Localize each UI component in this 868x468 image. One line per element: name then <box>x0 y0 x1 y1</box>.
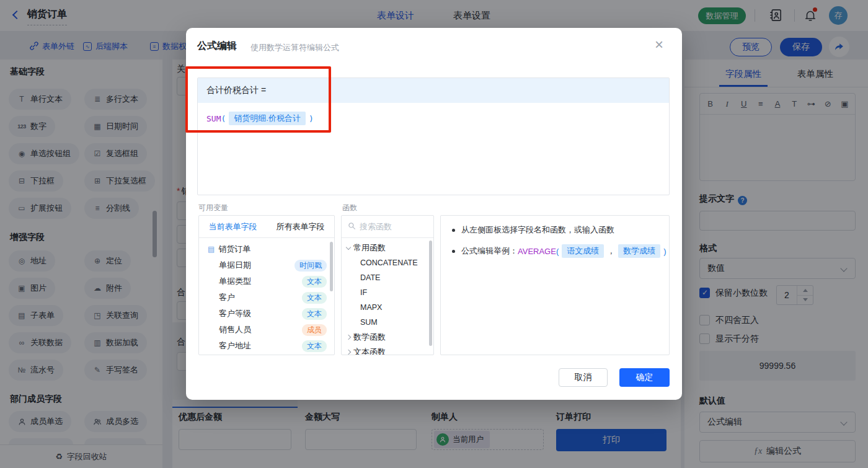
function-name: CONCATENATE <box>360 258 418 267</box>
function-name: SUM <box>360 318 378 327</box>
functions-scrollbar[interactable] <box>429 241 432 346</box>
variable-name: 单据类型 <box>219 276 251 287</box>
chevron-right-icon <box>346 350 351 355</box>
close-icon[interactable]: × <box>655 37 663 52</box>
variable-row[interactable]: 客户文本 <box>199 290 334 305</box>
function-group-label: 常用函数 <box>353 242 386 254</box>
type-badge: 文本 <box>302 276 327 288</box>
function-group-label: 数学函数 <box>353 332 386 343</box>
example-chip: 语文成绩 <box>562 244 604 258</box>
variables-tree-root[interactable]: ▤销货订单 <box>199 242 334 257</box>
tip-line-2: 公式编辑举例： AVERAGE ( 语文成绩 ， 数学成绩 ) <box>452 244 658 258</box>
tip-example-prefix: 公式编辑举例： <box>461 245 518 257</box>
function-group-common[interactable]: 常用函数 <box>342 241 433 255</box>
example-function-name: AVERAGE <box>518 247 556 256</box>
variable-row[interactable]: 客户等级文本 <box>199 306 334 321</box>
function-item[interactable]: DATE <box>342 270 433 285</box>
tip-line-1: 从左侧面板选择字段名和函数，或输入函数 <box>452 224 658 236</box>
function-group-text[interactable]: 文本函数 <box>342 345 433 355</box>
function-group-math[interactable]: 数学函数 <box>342 330 433 345</box>
variable-name: 客户等级 <box>219 308 251 319</box>
tip-text: 从左侧面板选择字段名和函数，或输入函数 <box>461 224 614 236</box>
chevron-down-icon <box>346 244 351 249</box>
variables-panel: 当前表单字段 所有表单字段 ▤销货订单 单据日期时间戳 单据类型文本 客户文本 … <box>198 215 335 355</box>
root-form-name: 销货订单 <box>218 244 250 255</box>
variable-name: 客户地址 <box>219 340 251 351</box>
function-item[interactable]: SUM <box>342 315 433 330</box>
tab-all-form-fields[interactable]: 所有表单字段 <box>267 216 334 237</box>
chevron-right-icon <box>346 335 351 340</box>
type-badge: 文本 <box>302 308 327 320</box>
type-badge: 文本 <box>302 292 327 304</box>
type-badge: 成员 <box>302 324 327 336</box>
function-name: MAPX <box>360 303 382 312</box>
close-paren: ) <box>663 247 666 256</box>
modal-subtitle: 使用数学运算符编辑公式 <box>250 42 339 53</box>
variable-name: 销售人员 <box>219 324 251 335</box>
variable-row[interactable]: 单据日期时间戳 <box>199 258 334 273</box>
function-name: IF <box>360 288 367 297</box>
variable-row[interactable]: 客户地址文本 <box>199 338 334 353</box>
function-search[interactable] <box>342 216 433 238</box>
open-paren: ( <box>556 247 559 256</box>
functions-panel: 常用函数 CONCATENATE DATE IF MAPX SUM 数学函数 文… <box>341 215 434 355</box>
function-item[interactable]: IF <box>342 285 433 300</box>
cancel-button[interactable]: 取消 <box>559 368 608 387</box>
type-badge: 时间戳 <box>294 260 327 272</box>
variable-name: 单据日期 <box>219 260 251 271</box>
confirm-button[interactable]: 确定 <box>619 368 670 387</box>
comma: ， <box>607 245 615 257</box>
tips-panel: 从左侧面板选择字段名和函数，或输入函数 公式编辑举例： AVERAGE ( 语文… <box>440 215 670 355</box>
search-icon <box>348 222 356 232</box>
variables-scrollbar[interactable] <box>330 242 333 291</box>
function-group-label: 文本函数 <box>353 347 386 355</box>
variable-row[interactable]: 单据类型文本 <box>199 274 334 289</box>
bullet-icon <box>452 229 455 232</box>
variables-label: 可用变量 <box>198 203 228 213</box>
function-item[interactable]: MAPX <box>342 300 433 315</box>
search-input[interactable] <box>360 222 422 231</box>
variable-name: 客户 <box>219 292 235 303</box>
form-doc-icon: ▤ <box>208 245 215 254</box>
variables-tabs: 当前表单字段 所有表单字段 <box>199 216 334 238</box>
functions-label: 函数 <box>342 203 357 213</box>
annotation-highlight-box <box>185 66 331 133</box>
example-chip: 数学成绩 <box>618 244 660 258</box>
tab-current-form-fields[interactable]: 当前表单字段 <box>199 216 267 237</box>
variable-row[interactable]: 销售人员成员 <box>199 322 334 337</box>
type-badge: 文本 <box>302 340 327 352</box>
modal-title: 公式编辑 <box>197 40 237 53</box>
function-item[interactable]: CONCATENATE <box>342 255 433 270</box>
bullet-icon <box>452 250 455 253</box>
function-name: DATE <box>360 273 380 282</box>
app-root: 销货订单 表单设计 表单设置 数据管理 存 表单外链 ∿ <box>0 0 868 468</box>
